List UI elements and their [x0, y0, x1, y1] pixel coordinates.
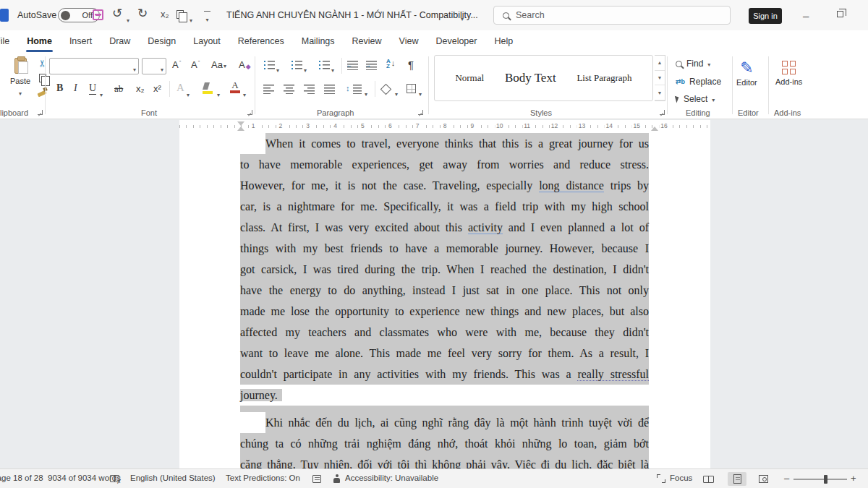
paragraph[interactable]: Khi nhắc đến du lịch, ai cũng nghĩ rằng …: [240, 412, 649, 468]
paragraph[interactable]: When it comes to travel, everyone thinks…: [240, 133, 649, 406]
accessibility-status[interactable]: Accessibility: Unavailable: [345, 474, 438, 482]
cut-icon[interactable]: ✂: [37, 59, 48, 67]
font-color-chevron-icon[interactable]: [243, 87, 246, 100]
sort-icon[interactable]: AZ↓: [386, 59, 395, 69]
redo-icon[interactable]: ↻: [137, 6, 148, 21]
text-predictions-icon[interactable]: [312, 475, 321, 483]
shading-chevron-icon[interactable]: [395, 86, 398, 99]
increase-indent-icon[interactable]: →: [366, 60, 378, 70]
accessibility-icon[interactable]: [333, 474, 341, 483]
text-line[interactable]: When it comes to travel, everyone thinks…: [265, 133, 649, 154]
align-right-icon[interactable]: [304, 84, 315, 94]
tab-insert[interactable]: Insert: [61, 30, 101, 52]
tab-view[interactable]: View: [391, 30, 427, 52]
read-mode-button[interactable]: [699, 472, 718, 486]
borders-chevron-icon[interactable]: [419, 86, 422, 99]
line-spacing-chevron-icon[interactable]: [365, 86, 367, 99]
clear-formatting-icon[interactable]: A◆: [239, 59, 251, 70]
zoom-slider-handle[interactable]: [824, 475, 827, 484]
multilevel-chevron-icon[interactable]: [331, 62, 334, 75]
text-line[interactable]: want to leave me alone. This made me fee…: [240, 343, 649, 364]
zoom-out-icon[interactable]: –: [784, 473, 789, 484]
hanging-indent-marker[interactable]: [237, 127, 244, 131]
subscript-qat-icon[interactable]: x₂: [161, 9, 169, 20]
text-effects-chevron-icon[interactable]: [187, 87, 190, 100]
pilcrow-icon[interactable]: ¶: [408, 59, 414, 71]
text-line[interactable]: căng thẳng. Tuy nhiên, đối với tôi thì k…: [240, 454, 649, 468]
zoom-in-icon[interactable]: +: [851, 473, 856, 484]
multilevel-list-icon[interactable]: [318, 60, 330, 70]
tab-references[interactable]: References: [229, 30, 293, 52]
save-icon[interactable]: [93, 9, 103, 20]
text-line[interactable]: affected my teachers and classmates who …: [240, 322, 649, 343]
tab-home[interactable]: Home: [18, 30, 61, 52]
document-area[interactable]: When it comes to travel, everyone thinks…: [0, 133, 868, 468]
web-layout-button[interactable]: [754, 472, 773, 486]
page-text[interactable]: When it comes to travel, everyone thinks…: [240, 133, 649, 468]
styles-gallery-more-icon[interactable]: ▼: [655, 85, 665, 100]
align-center-icon[interactable]: [284, 84, 295, 94]
italic-icon[interactable]: I: [74, 82, 77, 94]
document-page[interactable]: When it comes to travel, everyone thinks…: [179, 133, 710, 468]
grow-font-icon[interactable]: Aˆ: [172, 59, 181, 70]
replace-button[interactable]: ⇄b Replace: [676, 77, 721, 87]
minimize-icon[interactable]: –: [803, 9, 809, 22]
sign-in-button[interactable]: Sign in: [749, 8, 782, 24]
paste-special-chevron-icon[interactable]: [190, 12, 192, 25]
bullets-chevron-icon[interactable]: [276, 62, 279, 75]
style-list-paragraph[interactable]: List Paragraph: [576, 72, 631, 84]
addins-button[interactable]: Add-ins: [775, 61, 802, 86]
word-app-icon[interactable]: [0, 9, 9, 22]
styles-dialog-launcher[interactable]: [660, 110, 665, 115]
text-line[interactable]: things with my best friends to have a me…: [240, 238, 649, 259]
find-button[interactable]: Find: [676, 59, 710, 69]
bold-icon[interactable]: B: [56, 82, 63, 94]
underline-chevron-icon[interactable]: [100, 87, 103, 100]
tab-file[interactable]: File: [0, 30, 18, 52]
font-dialog-launcher[interactable]: [247, 110, 252, 115]
text-effects-icon[interactable]: A: [176, 82, 184, 94]
text-line[interactable]: However, for me, it is not the case. Tra…: [240, 175, 649, 196]
styles-scroll-down-icon[interactable]: ▼: [655, 71, 665, 86]
focus-icon[interactable]: [657, 474, 665, 483]
styles-scroll-up-icon[interactable]: ▲: [655, 56, 665, 71]
right-indent-marker[interactable]: [651, 127, 658, 131]
text-line[interactable]: Khi nhắc đến du lịch, ai cũng nghĩ rằng …: [265, 412, 649, 433]
align-left-icon[interactable]: [263, 84, 275, 94]
highlight-chevron-icon[interactable]: [217, 87, 220, 100]
text-line[interactable]: chúng ta có những trải nghiệm đáng nhớ, …: [240, 433, 649, 454]
style-body-text[interactable]: Body Text: [505, 71, 556, 85]
bullets-icon[interactable]: [263, 60, 275, 70]
tab-review[interactable]: Review: [344, 30, 391, 52]
font-color-icon[interactable]: A: [230, 81, 240, 93]
text-line[interactable]: journey.: [240, 385, 649, 406]
numbering-icon[interactable]: [291, 60, 302, 70]
zoom-slider-track[interactable]: [793, 479, 847, 480]
restore-icon[interactable]: [837, 11, 843, 17]
text-line[interactable]: made me lose the opportunity to experien…: [240, 301, 649, 322]
focus-label[interactable]: Focus: [670, 474, 692, 482]
clipboard-dialog-launcher[interactable]: [38, 110, 43, 115]
style-normal[interactable]: Normal: [455, 72, 484, 84]
numbering-chevron-icon[interactable]: [304, 62, 307, 75]
text-line[interactable]: to have memorable experiences, get away …: [240, 154, 649, 175]
paste-button[interactable]: Paste: [4, 56, 36, 106]
borders-icon[interactable]: [407, 84, 416, 93]
paragraph-dialog-launcher[interactable]: [418, 110, 423, 115]
text-line[interactable]: couldn't participate in any activities w…: [240, 364, 649, 385]
line-spacing-icon[interactable]: ↕: [346, 84, 350, 93]
highlight-color-icon[interactable]: [203, 82, 213, 94]
strikethrough-icon[interactable]: ab: [114, 83, 123, 95]
shading-icon[interactable]: [380, 84, 392, 95]
page-indicator[interactable]: Page 18 of 28: [0, 474, 43, 482]
tab-mailings[interactable]: Mailings: [293, 30, 344, 52]
justify-icon[interactable]: [324, 84, 336, 94]
styles-scrollbar[interactable]: ▲ ▼ ▼: [655, 55, 665, 101]
title-chevron-icon[interactable]: [461, 11, 464, 24]
editor-button[interactable]: ✎ Editor: [736, 61, 757, 87]
tab-draw[interactable]: Draw: [101, 30, 139, 52]
font-name-combo[interactable]: [49, 58, 139, 74]
text-line[interactable]: class. At first, I was very excited abou…: [240, 217, 649, 238]
proofing-errors-icon[interactable]: [110, 475, 119, 482]
subscript-icon[interactable]: x₂: [136, 83, 145, 94]
